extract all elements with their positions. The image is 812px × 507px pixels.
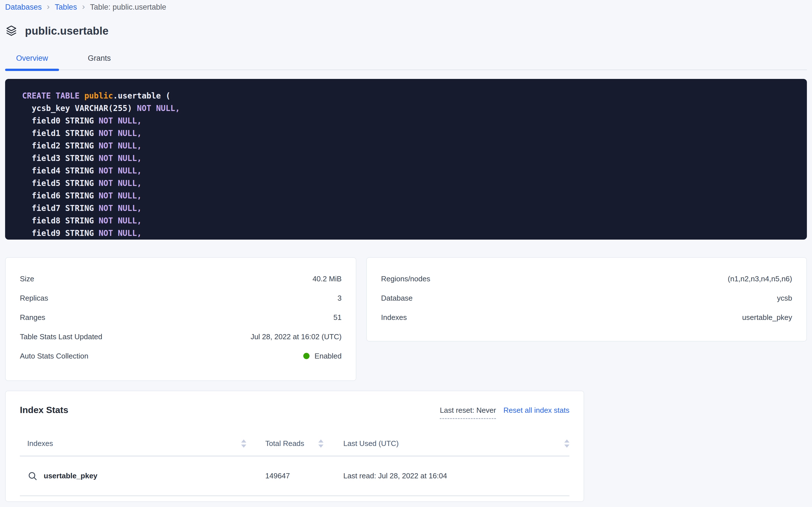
table-detail-page: Databases › Tables › Table: public.usert… xyxy=(0,0,812,502)
index-table-header: Indexes Total Reads Last Used (UTC) xyxy=(20,432,569,456)
sql-line: field7 STRING NOT NULL, xyxy=(22,202,796,215)
stat-row-regions: Regions/nodes (n1,n2,n3,n4,n5,n6) xyxy=(381,269,792,288)
search-icon xyxy=(27,471,38,482)
sql-line: field9 STRING NOT NULL, xyxy=(22,227,796,240)
stat-row-indexes: Indexes usertable_pkey xyxy=(381,308,792,327)
sort-icon[interactable] xyxy=(241,440,246,448)
status-dot-icon xyxy=(303,353,310,359)
table-row: usertable_pkey 149647 Last read: Jul 28,… xyxy=(20,456,569,496)
sql-line: field8 STRING NOT NULL, xyxy=(22,215,796,227)
index-stats-card: Index Stats Last reset: Never Reset all … xyxy=(5,391,584,502)
sql-line: field0 STRING NOT NULL, xyxy=(22,115,796,127)
breadcrumb-current: Table: public.usertable xyxy=(90,3,166,12)
index-stats-header: Index Stats Last reset: Never Reset all … xyxy=(20,391,569,419)
sql-line: field1 STRING NOT NULL, xyxy=(22,127,796,140)
breadcrumb-tables[interactable]: Tables xyxy=(55,3,77,12)
chevron-right-icon: › xyxy=(47,2,50,12)
breadcrumb-databases[interactable]: Databases xyxy=(5,3,42,12)
index-name-cell[interactable]: usertable_pkey xyxy=(27,471,97,482)
tab-grants[interactable]: Grants xyxy=(75,54,123,69)
last-reset-label: Last reset: Never xyxy=(440,406,496,419)
sort-icon[interactable] xyxy=(564,440,569,448)
sort-icon[interactable] xyxy=(318,440,323,448)
breadcrumb: Databases › Tables › Table: public.usert… xyxy=(5,2,807,12)
sql-line: field4 STRING NOT NULL, xyxy=(22,165,796,177)
reset-area: Last reset: Never Reset all index stats xyxy=(440,405,569,419)
tab-overview[interactable]: Overview xyxy=(5,54,59,69)
column-header-total-reads[interactable]: Total Reads xyxy=(265,439,304,448)
reset-all-index-stats-link[interactable]: Reset all index stats xyxy=(503,406,569,415)
detail-cards-row: Size 40.2 MiB Replicas 3 Ranges 51 Table… xyxy=(5,257,807,381)
last-used-value: Last read: Jul 28, 2022 at 16:04 xyxy=(343,471,447,480)
sql-line: ycsb_key VARCHAR(255) NOT NULL, xyxy=(22,102,796,115)
stat-row-stats-updated: Table Stats Last Updated Jul 28, 2022 at… xyxy=(20,327,341,346)
page-title-row: public.usertable xyxy=(5,24,807,38)
index-name[interactable]: usertable_pkey xyxy=(44,471,97,480)
total-reads-value: 149647 xyxy=(265,471,290,480)
column-header-indexes[interactable]: Indexes xyxy=(27,439,53,448)
stack-icon xyxy=(5,25,17,37)
tab-bar: Overview Grants xyxy=(5,54,807,70)
sql-line: field6 STRING NOT NULL, xyxy=(22,190,796,202)
sql-line: field3 STRING NOT NULL, xyxy=(22,152,796,165)
stat-row-auto-stats: Auto Stats Collection Enabled xyxy=(20,346,341,365)
index-stats-title: Index Stats xyxy=(20,405,68,415)
status-badge: Enabled xyxy=(303,352,341,360)
stat-row-size: Size 40.2 MiB xyxy=(20,269,341,288)
sql-line: field5 STRING NOT NULL, xyxy=(22,177,796,190)
column-header-last-used[interactable]: Last Used (UTC) xyxy=(343,439,398,448)
page-title: public.usertable xyxy=(25,25,109,37)
stat-row-ranges: Ranges 51 xyxy=(20,308,341,327)
chevron-right-icon: › xyxy=(82,2,85,12)
sql-line: field2 STRING NOT NULL, xyxy=(22,140,796,152)
table-details-card: Size 40.2 MiB Replicas 3 Ranges 51 Table… xyxy=(5,257,356,381)
schema-details-card: Regions/nodes (n1,n2,n3,n4,n5,n6) Databa… xyxy=(366,257,807,341)
create-statement-code-block: CREATE TABLE public.usertable ( ycsb_key… xyxy=(5,79,807,240)
stat-row-replicas: Replicas 3 xyxy=(20,288,341,308)
sql-line: CREATE TABLE public.usertable ( xyxy=(22,90,796,102)
stat-row-database: Database ycsb xyxy=(381,288,792,308)
